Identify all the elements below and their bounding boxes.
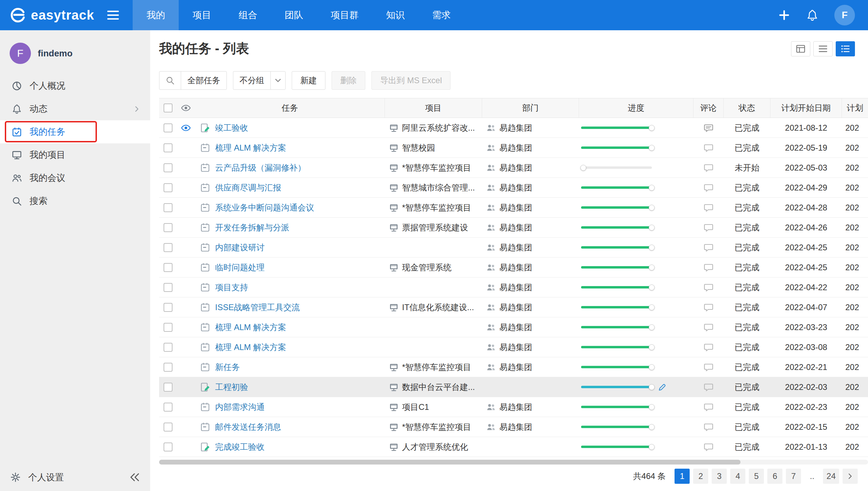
progress-knob[interactable]: [649, 125, 655, 131]
task-link[interactable]: 系统业务中断问题沟通会议: [215, 202, 314, 213]
chevron-right-icon[interactable]: [134, 106, 141, 112]
comment-icon[interactable]: [703, 382, 714, 392]
table-row[interactable]: 梳理 ALM 解决方案 易趋集团 已完成 2022-03-23: [159, 317, 868, 337]
top-nav-item[interactable]: 组合: [225, 0, 271, 30]
table-row[interactable]: 梳理 ALM 解决方案 智慧校园 易趋集团: [159, 138, 868, 158]
row-checkbox[interactable]: [164, 443, 173, 451]
top-nav-item[interactable]: 需求: [418, 0, 464, 30]
top-nav-item[interactable]: 知识: [372, 0, 418, 30]
comment-icon[interactable]: [703, 342, 714, 352]
row-checkbox[interactable]: [164, 303, 173, 312]
progress-knob[interactable]: [649, 185, 655, 190]
progress-bar[interactable]: [581, 426, 652, 428]
table-row[interactable]: 竣工验收 阿里云系统扩容改... 易趋集团: [159, 118, 868, 138]
sidebar-item[interactable]: 我的会议: [0, 166, 150, 189]
comment-icon[interactable]: [703, 222, 714, 233]
progress-bar[interactable]: [581, 306, 652, 308]
progress-knob[interactable]: [649, 324, 655, 330]
comment-icon[interactable]: [703, 422, 714, 432]
row-checkbox[interactable]: [164, 243, 173, 252]
progress-bar[interactable]: [581, 386, 652, 388]
row-checkbox[interactable]: [164, 163, 173, 172]
column-header-status[interactable]: 状态: [724, 98, 770, 118]
detail-list-view-button[interactable]: [836, 41, 855, 56]
task-link[interactable]: 云产品升级（漏洞修补）: [215, 162, 306, 173]
sidebar-item[interactable]: 搜索: [0, 189, 150, 212]
comment-icon[interactable]: [703, 242, 714, 253]
row-checkbox[interactable]: [164, 383, 173, 392]
task-link[interactable]: 工程初验: [215, 382, 248, 393]
task-link[interactable]: 项目支持: [215, 282, 248, 293]
row-checkbox[interactable]: [164, 263, 173, 272]
column-header-end-date-clipped[interactable]: 计划: [842, 98, 868, 118]
sidebar-item[interactable]: 我的项目: [0, 143, 150, 166]
progress-bar[interactable]: [581, 326, 652, 328]
export-excel-button[interactable]: 导出到 MS Excel: [371, 71, 450, 90]
task-link[interactable]: 新任务: [215, 362, 240, 373]
progress-bar[interactable]: [581, 146, 652, 149]
table-row[interactable]: 临时问题处理 现金管理系统 易趋集团 已完成: [159, 258, 868, 277]
app-logo[interactable]: easytrack: [0, 7, 103, 23]
task-link[interactable]: 内部建设研讨: [215, 242, 265, 253]
progress-knob[interactable]: [649, 225, 655, 230]
progress-knob[interactable]: [580, 165, 586, 171]
table-row[interactable]: 供应商尽调与汇报 智慧城市综合管理... 易趋集团: [159, 178, 868, 198]
progress-knob[interactable]: [649, 344, 655, 350]
column-header-comments[interactable]: 评论: [693, 98, 724, 118]
table-row[interactable]: 系统业务中断问题沟通会议 *智慧停车监控项目 易趋集团: [159, 198, 868, 218]
row-checkbox[interactable]: [164, 323, 173, 332]
progress-bar[interactable]: [581, 266, 652, 269]
collapse-sidebar-icon[interactable]: [130, 473, 140, 482]
task-link[interactable]: 梳理 ALM 解决方案: [215, 142, 286, 153]
settings-label[interactable]: 个人设置: [28, 471, 64, 483]
top-nav-item[interactable]: 我的: [133, 0, 179, 30]
task-filter-select[interactable]: 全部任务: [159, 71, 227, 90]
page-button[interactable]: 1: [675, 469, 690, 484]
progress-knob[interactable]: [649, 404, 655, 410]
comment-icon[interactable]: [703, 143, 714, 153]
progress-knob[interactable]: [649, 284, 655, 290]
list-view-button[interactable]: [813, 41, 833, 56]
progress-bar[interactable]: [581, 246, 652, 249]
row-checkbox[interactable]: [164, 123, 173, 132]
table-row[interactable]: 项目支持 易趋集团 已完成 2022-04-22 202: [159, 277, 868, 297]
page-button[interactable]: 6: [767, 469, 782, 484]
row-checkbox[interactable]: [164, 423, 173, 432]
comment-icon[interactable]: [703, 203, 714, 213]
chevron-down-icon[interactable]: [271, 72, 285, 89]
progress-bar[interactable]: [581, 346, 652, 348]
task-link[interactable]: 临时问题处理: [215, 262, 265, 273]
delete-button[interactable]: 删除: [332, 71, 365, 90]
horizontal-scrollbar[interactable]: [159, 460, 868, 465]
task-link[interactable]: 梳理 ALM 解决方案: [215, 342, 286, 353]
top-nav-item[interactable]: 项目群: [317, 0, 372, 30]
comment-icon[interactable]: [703, 183, 714, 193]
row-checkbox[interactable]: [164, 223, 173, 232]
row-checkbox[interactable]: [164, 403, 173, 412]
comment-icon[interactable]: [703, 442, 714, 452]
comment-icon[interactable]: [703, 163, 714, 173]
scrollbar-thumb[interactable]: [159, 460, 741, 465]
add-icon[interactable]: [778, 9, 790, 21]
progress-bar[interactable]: [581, 226, 652, 229]
hamburger-menu-icon[interactable]: [107, 11, 119, 20]
row-checkbox[interactable]: [164, 203, 173, 212]
sidebar-item[interactable]: 我的任务: [0, 120, 150, 143]
task-link[interactable]: 邮件发送任务消息: [215, 422, 281, 433]
page-button[interactable]: 2: [693, 469, 708, 484]
edit-progress-icon[interactable]: [657, 382, 667, 392]
column-header-project[interactable]: 项目: [385, 98, 482, 118]
comment-icon[interactable]: [703, 262, 714, 273]
column-header-task[interactable]: 任务: [195, 98, 385, 118]
comment-icon[interactable]: [703, 282, 714, 293]
progress-knob[interactable]: [649, 264, 655, 270]
progress-knob[interactable]: [649, 244, 655, 250]
table-row[interactable]: ISSE战略管理工具交流 IT信息化系统建设... 易趋集团: [159, 297, 868, 317]
row-checkbox[interactable]: [164, 283, 173, 292]
page-button[interactable]: 5: [749, 469, 764, 484]
table-row[interactable]: 新任务 *智慧停车监控项目 易趋集团 已完成: [159, 357, 868, 377]
progress-bar[interactable]: [581, 286, 652, 288]
column-header-department[interactable]: 部门: [482, 98, 579, 118]
top-nav-item[interactable]: 团队: [271, 0, 317, 30]
row-checkbox[interactable]: [164, 343, 173, 352]
